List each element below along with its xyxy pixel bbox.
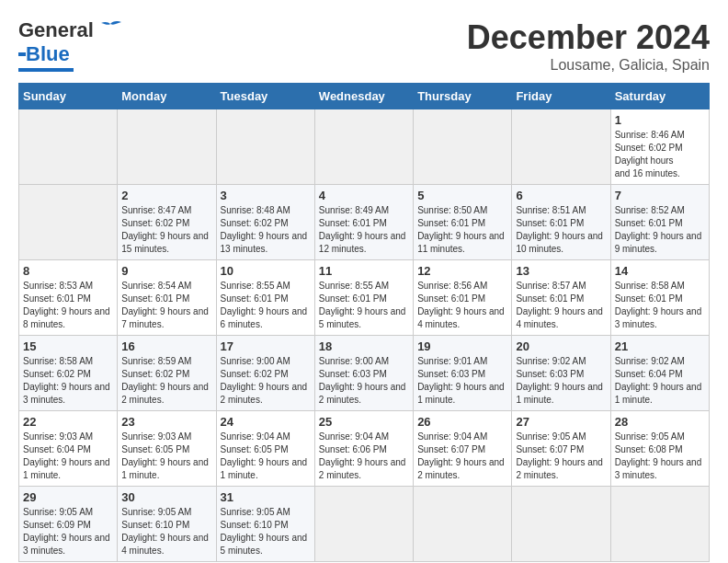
calendar-cell: 5Sunrise: 8:50 AMSunset: 6:01 PMDaylight… (414, 185, 512, 260)
calendar-cell (610, 487, 709, 562)
day-info: Sunrise: 9:02 AMSunset: 6:03 PMDaylight:… (516, 356, 603, 405)
logo-bar (18, 68, 74, 72)
calendar-cell: 15Sunrise: 8:58 AMSunset: 6:02 PMDayligh… (19, 336, 118, 411)
day-info: Sunrise: 8:58 AMSunset: 6:01 PMDaylight:… (615, 281, 702, 329)
logo-text-blue: Blue (26, 42, 70, 66)
day-number: 10 (221, 264, 311, 278)
calendar-cell (19, 109, 118, 185)
day-number: 26 (417, 415, 507, 429)
calendar-cell: 2Sunrise: 8:47 AMSunset: 6:02 PMDaylight… (118, 185, 216, 260)
calendar-cell: 24Sunrise: 9:04 AMSunset: 6:05 PMDayligh… (216, 411, 314, 487)
day-info: Sunrise: 9:00 AMSunset: 6:03 PMDaylight:… (319, 356, 406, 405)
day-info: Sunrise: 8:48 AMSunset: 6:02 PMDaylight:… (221, 205, 308, 254)
logo-bird-icon (97, 20, 123, 40)
day-info: Sunrise: 8:54 AMSunset: 6:01 PMDaylight:… (121, 281, 209, 329)
day-number: 17 (221, 339, 311, 353)
day-info: Sunrise: 9:02 AMSunset: 6:04 PMDaylight:… (615, 356, 702, 405)
day-number: 12 (417, 264, 507, 278)
calendar-cell: 29Sunrise: 9:05 AMSunset: 6:09 PMDayligh… (19, 487, 118, 562)
day-number: 29 (23, 490, 113, 504)
day-info: Sunrise: 9:05 AMSunset: 6:08 PMDaylight:… (615, 431, 702, 480)
calendar-cell: 7Sunrise: 8:52 AMSunset: 6:01 PMDaylight… (610, 185, 709, 260)
day-number: 24 (221, 415, 311, 429)
calendar-cell (512, 487, 610, 562)
calendar-cell: 1Sunrise: 8:46 AMSunset: 6:02 PMDaylight… (610, 109, 709, 185)
calendar-cell (314, 109, 413, 185)
calendar-cell (118, 109, 216, 185)
calendar-cell: 19Sunrise: 9:01 AMSunset: 6:03 PMDayligh… (414, 336, 512, 411)
day-number: 23 (121, 415, 211, 429)
page-header: General Blue December 2024 Lousame, Gali… (18, 18, 710, 74)
day-info: Sunrise: 9:05 AMSunset: 6:10 PMDaylight:… (121, 507, 209, 556)
day-number: 15 (23, 339, 113, 353)
day-info: Sunrise: 9:05 AMSunset: 6:09 PMDaylight:… (23, 507, 110, 556)
calendar-cell: 9Sunrise: 8:54 AMSunset: 6:01 PMDaylight… (118, 260, 216, 336)
calendar-cell: 10Sunrise: 8:55 AMSunset: 6:01 PMDayligh… (216, 260, 314, 336)
day-info: Sunrise: 9:03 AMSunset: 6:04 PMDaylight:… (23, 431, 110, 480)
day-info: Sunrise: 8:58 AMSunset: 6:02 PMDaylight:… (23, 356, 110, 405)
location-text: Lousame, Galicia, Spain (467, 57, 710, 74)
calendar-cell (414, 109, 512, 185)
calendar-cell: 23Sunrise: 9:03 AMSunset: 6:05 PMDayligh… (118, 411, 216, 487)
day-info: Sunrise: 9:01 AMSunset: 6:03 PMDaylight:… (417, 356, 505, 405)
day-number: 9 (121, 264, 211, 278)
day-number: 2 (121, 189, 211, 202)
header-sunday: Sunday (19, 84, 118, 109)
day-number: 14 (615, 264, 705, 278)
calendar-cell: 28Sunrise: 9:05 AMSunset: 6:08 PMDayligh… (610, 411, 709, 487)
day-info: Sunrise: 9:04 AMSunset: 6:05 PMDaylight:… (221, 431, 308, 480)
calendar-cell: 17Sunrise: 9:00 AMSunset: 6:02 PMDayligh… (216, 336, 314, 411)
day-info: Sunrise: 8:56 AMSunset: 6:01 PMDaylight:… (417, 281, 505, 329)
day-info: Sunrise: 9:00 AMSunset: 6:02 PMDaylight:… (221, 356, 308, 405)
header-tuesday: Tuesday (216, 84, 314, 109)
day-number: 20 (516, 339, 606, 353)
day-number: 8 (23, 264, 113, 278)
day-number: 1 (615, 113, 705, 127)
day-number: 27 (516, 415, 606, 429)
calendar-cell: 3Sunrise: 8:48 AMSunset: 6:02 PMDaylight… (216, 185, 314, 260)
calendar-cell: 4Sunrise: 8:49 AMSunset: 6:01 PMDaylight… (314, 185, 413, 260)
calendar-cell: 16Sunrise: 8:59 AMSunset: 6:02 PMDayligh… (118, 336, 216, 411)
calendar-cell (512, 109, 610, 185)
calendar-cell: 11Sunrise: 8:55 AMSunset: 6:01 PMDayligh… (314, 260, 413, 336)
day-number: 4 (319, 189, 409, 202)
logo: General Blue (18, 18, 123, 72)
day-info: Sunrise: 9:03 AMSunset: 6:05 PMDaylight:… (121, 431, 209, 480)
header-wednesday: Wednesday (314, 84, 413, 109)
day-info: Sunrise: 8:47 AMSunset: 6:02 PMDaylight:… (121, 205, 209, 254)
day-number: 11 (319, 264, 409, 278)
calendar-cell: 22Sunrise: 9:03 AMSunset: 6:04 PMDayligh… (19, 411, 118, 487)
day-info: Sunrise: 8:57 AMSunset: 6:01 PMDaylight:… (516, 281, 603, 329)
calendar-header: SundayMondayTuesdayWednesdayThursdayFrid… (19, 84, 710, 109)
day-number: 21 (615, 339, 705, 353)
day-info: Sunrise: 8:59 AMSunset: 6:02 PMDaylight:… (121, 356, 209, 405)
day-number: 5 (417, 189, 507, 202)
calendar-cell: 13Sunrise: 8:57 AMSunset: 6:01 PMDayligh… (512, 260, 610, 336)
day-info: Sunrise: 8:52 AMSunset: 6:01 PMDaylight:… (615, 205, 702, 254)
day-number: 19 (417, 339, 507, 353)
calendar-cell: 25Sunrise: 9:04 AMSunset: 6:06 PMDayligh… (314, 411, 413, 487)
calendar-cell: 12Sunrise: 8:56 AMSunset: 6:01 PMDayligh… (414, 260, 512, 336)
calendar-cell (314, 487, 413, 562)
day-info: Sunrise: 8:53 AMSunset: 6:01 PMDaylight:… (23, 281, 110, 329)
day-number: 18 (319, 339, 409, 353)
calendar-cell: 18Sunrise: 9:00 AMSunset: 6:03 PMDayligh… (314, 336, 413, 411)
month-title: December 2024 (467, 18, 710, 57)
day-number: 3 (221, 189, 311, 202)
title-section: December 2024 Lousame, Galicia, Spain (467, 18, 710, 74)
header-thursday: Thursday (414, 84, 512, 109)
day-number: 30 (121, 490, 211, 504)
calendar-cell: 21Sunrise: 9:02 AMSunset: 6:04 PMDayligh… (610, 336, 709, 411)
header-friday: Friday (512, 84, 610, 109)
day-number: 16 (121, 339, 211, 353)
header-saturday: Saturday (610, 84, 709, 109)
calendar-cell: 20Sunrise: 9:02 AMSunset: 6:03 PMDayligh… (512, 336, 610, 411)
day-info: Sunrise: 8:51 AMSunset: 6:01 PMDaylight:… (516, 205, 603, 254)
day-info: Sunrise: 9:05 AMSunset: 6:10 PMDaylight:… (221, 507, 308, 556)
day-number: 28 (615, 415, 705, 429)
calendar-cell (216, 109, 314, 185)
logo-text-general: General (18, 18, 94, 42)
day-info: Sunrise: 8:55 AMSunset: 6:01 PMDaylight:… (221, 281, 308, 329)
day-info: Sunrise: 9:04 AMSunset: 6:06 PMDaylight:… (319, 431, 406, 480)
day-number: 22 (23, 415, 113, 429)
